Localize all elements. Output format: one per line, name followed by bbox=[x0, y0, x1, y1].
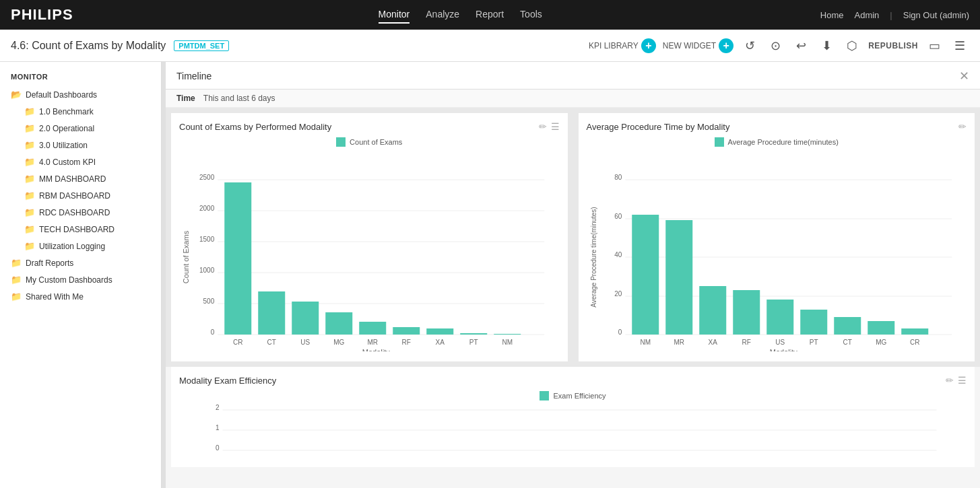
nav-monitor[interactable]: Monitor bbox=[379, 6, 410, 24]
chart1-edit-icon[interactable]: ✏ bbox=[539, 121, 547, 132]
chart-panel-3: Modality Exam Efficiency ✏ ☰ Exam Effici… bbox=[171, 367, 975, 467]
svg-text:CT: CT bbox=[843, 339, 851, 346]
chart3-title: Modality Exam Efficiency bbox=[179, 376, 276, 386]
svg-rect-27 bbox=[460, 333, 487, 335]
logo: PHILIPS bbox=[11, 6, 73, 24]
sidebar-item-mm-dashboard[interactable]: 📁 MM DASHBOARD bbox=[0, 170, 161, 187]
sidebar-item-tech-dashboard[interactable]: 📁 TECH DASHBOARD bbox=[0, 221, 161, 238]
svg-text:CR: CR bbox=[910, 339, 919, 346]
folder-icon: 📁 bbox=[24, 207, 35, 217]
time-label: Time bbox=[176, 94, 195, 103]
sidebar-item-default-dashboards[interactable]: 📂 Default Dashboards bbox=[0, 86, 161, 103]
chart2-title: Average Procedure Time by Modality bbox=[587, 122, 730, 132]
svg-rect-51 bbox=[766, 300, 793, 335]
home-link[interactable]: Home bbox=[820, 10, 844, 20]
republish-label: REPUBLISH bbox=[868, 41, 918, 50]
svg-text:MG: MG bbox=[876, 339, 886, 346]
sidebar-item-rbm-dashboard[interactable]: 📁 RBM DASHBOARD bbox=[0, 187, 161, 204]
svg-rect-21 bbox=[359, 322, 386, 335]
sidebar-label: 1.0 Benchmark bbox=[39, 107, 94, 116]
nav-report[interactable]: Report bbox=[476, 6, 504, 24]
sidebar-item-benchmark[interactable]: 📁 1.0 Benchmark bbox=[0, 103, 161, 120]
folder-icon: 📁 bbox=[24, 241, 35, 251]
svg-rect-29 bbox=[494, 334, 521, 335]
chart1-header: Count of Exams by Performed Modality ✏ ☰ bbox=[179, 121, 560, 132]
sidebar-item-utilization-logging[interactable]: 📁 Utilization Logging bbox=[0, 238, 161, 254]
svg-text:US: US bbox=[775, 339, 785, 346]
sidebar-label: 3.0 Utilization bbox=[39, 141, 88, 150]
monitor-icon[interactable]: ▭ bbox=[925, 36, 944, 55]
svg-text:2500: 2500 bbox=[199, 174, 215, 181]
settings-icon[interactable]: ⊙ bbox=[766, 36, 785, 55]
chart-panel-2: Average Procedure Time by Modality ✏ Ave… bbox=[579, 113, 975, 361]
chart3-legend-color bbox=[540, 391, 549, 400]
chart3-menu-icon[interactable]: ☰ bbox=[958, 375, 967, 386]
chart3-legend: Exam Efficiency bbox=[179, 391, 967, 400]
sidebar-label: Shared With Me bbox=[26, 292, 84, 302]
svg-rect-59 bbox=[901, 328, 928, 335]
chart3-legend-label: Exam Efficiency bbox=[553, 392, 606, 400]
chart3-edit-icon[interactable]: ✏ bbox=[946, 375, 954, 386]
svg-text:0: 0 bbox=[211, 328, 215, 336]
share-icon[interactable]: ⬡ bbox=[843, 36, 861, 55]
refresh-icon[interactable]: ↺ bbox=[740, 36, 759, 55]
sidebar-label: RBM DASHBOARD bbox=[39, 191, 110, 201]
sidebar-label: Utilization Logging bbox=[39, 242, 105, 251]
chart2-legend-label: Average Procedure time(minutes) bbox=[728, 138, 839, 146]
chart2-edit-icon[interactable]: ✏ bbox=[958, 121, 967, 132]
sidebar-item-draft-reports[interactable]: 📁 Draft Reports bbox=[0, 254, 161, 271]
svg-text:NM: NM bbox=[640, 339, 651, 346]
sidebar-item-custom-kpi[interactable]: 📁 4.0 Custom KPI bbox=[0, 153, 161, 170]
sidebar-item-operational[interactable]: 📁 2.0 Operational bbox=[0, 120, 161, 137]
svg-text:0: 0 bbox=[618, 328, 622, 336]
kpi-plus-icon[interactable]: + bbox=[641, 38, 656, 53]
undo-icon[interactable]: ↩ bbox=[791, 36, 810, 55]
timeline-close-icon[interactable]: ✕ bbox=[959, 69, 969, 83]
folder-icon: 📁 bbox=[24, 190, 35, 201]
sidebar-item-shared-with-me[interactable]: 📁 Shared With Me bbox=[0, 288, 161, 305]
sidebar-item-my-custom-dashboards[interactable]: 📁 My Custom Dashboards bbox=[0, 271, 161, 288]
admin-link[interactable]: Admin bbox=[854, 10, 879, 20]
chart1-menu-icon[interactable]: ☰ bbox=[551, 121, 560, 132]
chart1-container: Count of Exams 0 500 1000 1500 2000 2500 bbox=[179, 149, 560, 353]
main-layout: MONITOR 📂 Default Dashboards 📁 1.0 Bench… bbox=[0, 62, 980, 488]
folder-icon: 📁 bbox=[11, 275, 22, 285]
top-right: Home Admin | Sign Out (admin) bbox=[820, 10, 969, 20]
nav-divider: | bbox=[890, 10, 892, 20]
sidebar-item-utilization[interactable]: 📁 3.0 Utilization bbox=[0, 137, 161, 153]
new-widget-label: NEW WIDGET bbox=[663, 41, 716, 50]
menu-icon[interactable]: ☰ bbox=[950, 36, 969, 55]
chart1-legend-color bbox=[336, 137, 346, 147]
svg-text:Modality: Modality bbox=[362, 348, 390, 351]
svg-rect-53 bbox=[800, 310, 827, 335]
svg-rect-17 bbox=[292, 302, 319, 335]
svg-text:XA: XA bbox=[708, 339, 717, 346]
new-widget-button[interactable]: NEW WIDGET + bbox=[663, 38, 733, 53]
kpi-library-button[interactable]: KPI LIBRARY + bbox=[589, 38, 656, 53]
folder-icon: 📁 bbox=[24, 224, 35, 234]
svg-rect-45 bbox=[665, 220, 692, 335]
download-icon[interactable]: ⬇ bbox=[817, 36, 836, 55]
svg-text:PT: PT bbox=[809, 339, 818, 346]
subheader: 4.6: Count of Exams by Modality PMTDM_SE… bbox=[0, 30, 980, 62]
svg-rect-49 bbox=[733, 290, 760, 335]
time-row: Time This and last 6 days bbox=[166, 90, 980, 108]
svg-text:1000: 1000 bbox=[199, 267, 215, 274]
svg-text:NM: NM bbox=[502, 339, 513, 346]
svg-rect-13 bbox=[224, 182, 251, 335]
nav-tools[interactable]: Tools bbox=[520, 6, 542, 24]
charts-grid: Count of Exams by Performed Modality ✏ ☰… bbox=[166, 108, 980, 367]
chart3-icons: ✏ ☰ bbox=[946, 375, 967, 386]
nav-analyze[interactable]: Analyze bbox=[426, 6, 459, 24]
svg-text:40: 40 bbox=[614, 251, 622, 258]
signout-link[interactable]: Sign Out (admin) bbox=[903, 10, 969, 20]
sidebar-label: RDC DASHBOARD bbox=[39, 208, 110, 217]
svg-text:1500: 1500 bbox=[199, 236, 215, 243]
widget-plus-icon[interactable]: + bbox=[719, 38, 733, 53]
chart1-icons: ✏ ☰ bbox=[539, 121, 560, 132]
sidebar-label: 4.0 Custom KPI bbox=[39, 158, 96, 167]
timeline-title: Timeline bbox=[176, 71, 211, 81]
republish-button[interactable]: REPUBLISH bbox=[868, 41, 918, 50]
sidebar-item-rdc-dashboard[interactable]: 📁 RDC DASHBOARD bbox=[0, 204, 161, 221]
page-title: 4.6: Count of Exams by Modality bbox=[11, 40, 166, 52]
